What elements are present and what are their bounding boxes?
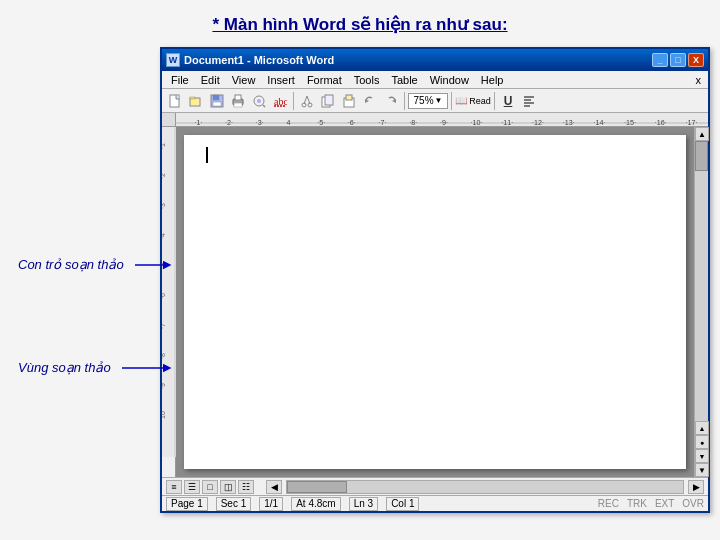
menu-table[interactable]: Table [386,73,422,87]
ruler: ·1· ·2· ·3· 4 ·5· ·6· ·7· ·8· ·9· ·10· ·… [162,113,708,127]
menu-help[interactable]: Help [476,73,509,87]
menu-insert[interactable]: Insert [262,73,300,87]
svg-rect-5 [213,102,221,106]
open-button[interactable] [186,92,206,110]
toolbar: abc 75% [162,89,708,113]
undo-button[interactable] [360,92,380,110]
reading-view-button[interactable]: ☷ [238,480,254,494]
svg-rect-7 [235,95,241,100]
page-down-button[interactable]: ▼ [695,449,709,463]
menu-tools[interactable]: Tools [349,73,385,87]
web-view-button[interactable]: ◫ [220,480,236,494]
minimize-button[interactable]: _ [652,53,668,67]
svg-text:·10·: ·10· [471,119,483,126]
bottom-toolbar: ≡ ☰ □ ◫ ☷ ◀ ▶ [162,477,708,495]
section-status: Sec 1 [216,497,252,511]
cut-button[interactable] [297,92,317,110]
menu-file[interactable]: File [166,73,194,87]
vung-soan-arrow [122,358,172,378]
svg-text:·11·: ·11· [501,119,513,126]
new-button[interactable] [165,92,185,110]
menu-edit[interactable]: Edit [196,73,225,87]
read-button[interactable]: 📖 Read [455,92,491,110]
page-select-button[interactable]: ● [695,435,709,449]
close-button[interactable]: X [688,53,704,67]
svg-text:·14·: ·14· [593,119,605,126]
window-controls: _ □ X [652,53,704,67]
document-page[interactable] [184,135,686,469]
zoom-selector[interactable]: 75% ▼ [408,93,448,109]
scroll-right-button[interactable]: ▶ [688,480,704,494]
left-ruler: ·1 ·2 ·3 ·4 ·5 ·6 ·7 ·8 ·9 10 [162,127,176,477]
page-up-button[interactable]: ▲ [695,421,709,435]
document-scroll-area[interactable] [176,127,694,477]
print-view-button[interactable]: □ [202,480,218,494]
normal-view-button[interactable]: ≡ [166,480,182,494]
svg-text:·3·: ·3· [256,119,264,126]
svg-text:·3: ·3 [162,203,166,209]
svg-text:·13·: ·13· [563,119,575,126]
title-bar: W Document1 - Microsoft Word _ □ X [162,49,708,71]
paste-button[interactable] [339,92,359,110]
zoom-value: 75% [414,95,434,106]
save-button[interactable] [207,92,227,110]
outline-view-button[interactable]: ☰ [184,480,200,494]
svg-rect-2 [190,97,195,99]
status-bar: Page 1 Sec 1 1/1 At 4.8cm Ln 3 Col 1 REC… [162,495,708,511]
svg-rect-20 [346,95,352,100]
ovr-mode: OVR [682,498,704,509]
svg-text:·6·: ·6· [348,119,356,126]
word-window: W Document1 - Microsoft Word _ □ X File … [160,47,710,513]
position-status: 1/1 [259,497,283,511]
toolbar-separator-1 [293,92,294,110]
svg-text:·2: ·2 [162,173,166,179]
trk-mode: TRK [627,498,647,509]
scroll-up-button[interactable]: ▲ [695,127,709,141]
vertical-scrollbar[interactable]: ▲ ▲ ● ▼ ▼ [694,127,708,477]
svg-line-16 [307,96,310,104]
window-title: Document1 - Microsoft Word [184,54,652,66]
toolbar-separator-4 [494,92,495,110]
menu-bar: File Edit View Insert Format Tools Table… [162,71,708,89]
vung-soan-label: Vùng soạn thảo [18,360,111,375]
ln-status: Ln 3 [349,497,378,511]
svg-text:·2·: ·2· [225,119,233,126]
toolbar-separator-2 [404,92,405,110]
svg-rect-8 [234,103,242,107]
menu-format[interactable]: Format [302,73,347,87]
scrollbar-track[interactable] [695,141,708,421]
svg-text:·9: ·9 [162,383,166,389]
svg-text:·6: ·6 [162,293,166,299]
menu-view[interactable]: View [227,73,261,87]
svg-line-11 [263,105,265,107]
copy-button[interactable] [318,92,338,110]
con-tro-label-container: Con trỏ soạn thảo [18,255,124,273]
h-scrollbar-thumb[interactable] [287,481,347,493]
toolbar-separator-3 [451,92,452,110]
align-left-button[interactable] [519,92,539,110]
svg-text:·16·: ·16· [655,119,667,126]
underline-button[interactable]: U [498,92,518,110]
svg-rect-18 [325,95,333,105]
svg-text:·7·: ·7· [379,119,387,126]
svg-point-10 [257,99,261,103]
redo-button[interactable] [381,92,401,110]
preview-button[interactable] [249,92,269,110]
ext-mode: EXT [655,498,674,509]
svg-text:·7: ·7 [162,323,166,329]
svg-text:·5·: ·5· [317,119,325,126]
maximize-button[interactable]: □ [670,53,686,67]
scroll-down-button[interactable]: ▼ [695,463,709,477]
scrollbar-thumb[interactable] [695,141,708,171]
print-button[interactable] [228,92,248,110]
spellcheck-button[interactable]: abc [270,92,290,110]
con-tro-label: Con trỏ soạn thảo [18,257,124,272]
scroll-left-button[interactable]: ◀ [266,480,282,494]
close-doc-button[interactable]: x [693,74,705,86]
menu-window[interactable]: Window [425,73,474,87]
svg-text:·1·: ·1· [194,119,202,126]
con-tro-arrow [135,255,170,275]
svg-text:·8·: ·8· [409,119,417,126]
horizontal-scrollbar[interactable] [286,480,684,494]
svg-text:4: 4 [286,119,290,126]
